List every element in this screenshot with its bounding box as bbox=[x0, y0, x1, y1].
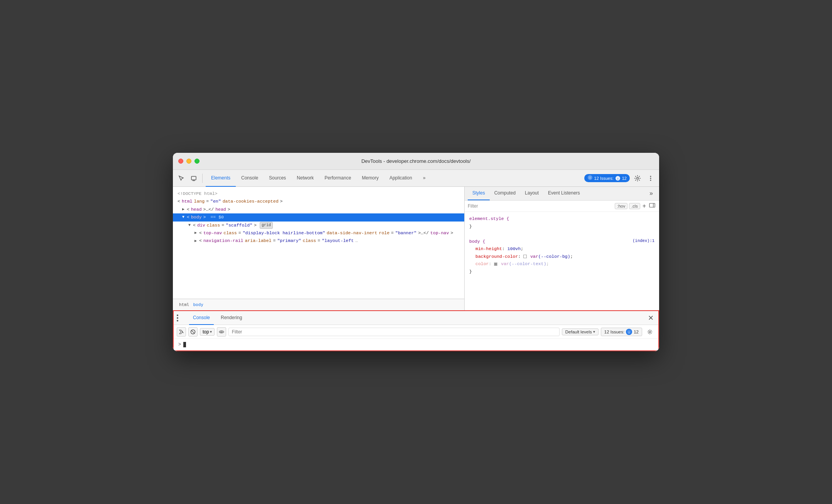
console-toolbar: top ▾ Default levels ▾ 12 Issues: bbox=[174, 325, 658, 339]
breadcrumb-html[interactable]: html bbox=[178, 301, 191, 308]
issues-count-label: 12 Issues: bbox=[594, 176, 614, 181]
styles-panel: Styles Computed Layout Event Listeners » bbox=[465, 187, 659, 310]
tab-more[interactable]: » bbox=[418, 170, 431, 187]
styles-filter-bar: Filter :hov .cls + bbox=[465, 201, 659, 212]
svg-text:!: ! bbox=[589, 176, 590, 180]
inspect-element-button[interactable] bbox=[176, 173, 187, 184]
body-selector: body { bbox=[469, 238, 485, 245]
svg-point-6 bbox=[637, 177, 639, 179]
styles-tabs-more[interactable]: » bbox=[646, 187, 656, 200]
breadcrumb: html body bbox=[173, 299, 464, 310]
toolbar-separator bbox=[202, 174, 203, 183]
bracket: < bbox=[178, 198, 180, 205]
tag-name: html bbox=[182, 198, 193, 205]
close-button[interactable] bbox=[178, 159, 183, 164]
svg-point-8 bbox=[650, 178, 651, 179]
styles-tabs: Styles Computed Layout Event Listeners » bbox=[465, 187, 659, 201]
style-rule-body-header: body { (index):1 bbox=[469, 238, 654, 245]
issues-number: 12 bbox=[622, 176, 627, 181]
eye-icon-button[interactable] bbox=[217, 327, 226, 337]
tab-memory[interactable]: Memory bbox=[357, 170, 384, 187]
maximize-button[interactable] bbox=[194, 159, 200, 164]
clear-console-button[interactable] bbox=[177, 327, 186, 337]
color-swatch-text[interactable] bbox=[494, 262, 497, 266]
issues-badge[interactable]: ! 12 Issues: ! 12 bbox=[584, 174, 630, 182]
cls-button[interactable]: .cls bbox=[629, 203, 640, 209]
console-cursor bbox=[183, 342, 186, 347]
svg-text:!: ! bbox=[629, 330, 630, 334]
toggle-sidebar-button[interactable] bbox=[648, 202, 656, 210]
list-item[interactable]: ▶ <head>…</head> bbox=[173, 206, 464, 213]
list-item[interactable]: <!DOCTYPE html> bbox=[173, 190, 464, 198]
issues-icon: ! bbox=[587, 175, 593, 181]
tab-computed[interactable]: Computed bbox=[490, 187, 520, 200]
style-prop-bg-color: background-color: var(--color-bg); bbox=[469, 253, 654, 260]
grid-badge: grid bbox=[260, 222, 273, 229]
color-swatch-bg[interactable] bbox=[523, 255, 527, 258]
elements-content: <!DOCTYPE html> <html lang="en" data-coo… bbox=[173, 187, 464, 299]
style-rule-element: element.style { } bbox=[469, 215, 654, 230]
minimize-button[interactable] bbox=[186, 159, 191, 164]
drawer-tab-console[interactable]: Console bbox=[189, 311, 214, 325]
list-item[interactable]: <html lang="en" data-cookies-accepted> bbox=[173, 198, 464, 205]
tab-layout[interactable]: Layout bbox=[520, 187, 543, 200]
issues-flag-icon: ! bbox=[615, 176, 621, 181]
traffic-lights bbox=[178, 159, 200, 164]
svg-marker-12 bbox=[179, 330, 183, 334]
tab-console[interactable]: Console bbox=[236, 170, 264, 187]
style-rule-header: element.style { bbox=[469, 215, 654, 223]
styles-content: element.style { } body { (index):1 bbox=[465, 212, 659, 310]
console-settings-button[interactable] bbox=[644, 326, 655, 337]
tab-event-listeners[interactable]: Event Listeners bbox=[543, 187, 585, 200]
filter-label: Filter bbox=[468, 203, 478, 209]
settings-button[interactable] bbox=[632, 173, 643, 184]
drawer-toolbar: Console Rendering ✕ bbox=[174, 311, 658, 325]
tab-network[interactable]: Network bbox=[291, 170, 319, 187]
style-rule-closing: } bbox=[469, 223, 654, 230]
list-item[interactable]: ▶ <top-nav class="display-block hairline… bbox=[173, 229, 464, 237]
console-issues-icon: ! bbox=[626, 329, 632, 335]
elements-panel: <!DOCTYPE html> <html lang="en" data-coo… bbox=[173, 187, 465, 310]
default-levels-dropdown[interactable]: Default levels ▾ bbox=[562, 328, 599, 335]
styles-filter-input[interactable] bbox=[480, 203, 613, 209]
block-urls-button[interactable] bbox=[188, 327, 198, 337]
console-issues-button[interactable]: 12 Issues: ! 12 bbox=[601, 328, 642, 336]
doctype-text: <!DOCTYPE html> bbox=[178, 190, 218, 197]
console-content[interactable]: > bbox=[174, 339, 658, 350]
device-toolbar-button[interactable] bbox=[188, 173, 199, 184]
prompt-chevron: > bbox=[178, 342, 181, 347]
drawer-tab-rendering[interactable]: Rendering bbox=[217, 311, 246, 325]
main-content: <!DOCTYPE html> <html lang="en" data-coo… bbox=[173, 187, 659, 310]
chevron-down-icon: ▾ bbox=[210, 330, 212, 334]
drawer-menu-button[interactable] bbox=[177, 313, 186, 323]
svg-point-7 bbox=[650, 176, 651, 177]
attr-name2: data-cookies-accepted bbox=[223, 198, 279, 205]
drawer-close-button[interactable]: ✕ bbox=[646, 313, 655, 323]
style-rule-body-closing: } bbox=[469, 268, 654, 276]
breadcrumb-body[interactable]: body bbox=[192, 301, 205, 308]
top-toolbar: Elements Console Sources Network Perform… bbox=[173, 170, 659, 187]
tab-application[interactable]: Application bbox=[384, 170, 418, 187]
list-item[interactable]: ▼ <body> == $0 bbox=[173, 213, 464, 221]
title-bar: DevTools - developer.chrome.com/docs/dev… bbox=[173, 153, 659, 170]
tab-sources[interactable]: Sources bbox=[264, 170, 291, 187]
list-item[interactable]: ▶ <navigation-rail aria-label="primary" … bbox=[173, 237, 464, 245]
console-filter-input[interactable] bbox=[228, 328, 560, 336]
context-selector[interactable]: top ▾ bbox=[200, 328, 215, 336]
svg-rect-1 bbox=[193, 180, 195, 181]
hov-cls-buttons: :hov .cls + bbox=[615, 202, 656, 210]
more-options-button[interactable] bbox=[645, 173, 656, 184]
window-title: DevTools - developer.chrome.com/docs/dev… bbox=[361, 158, 470, 164]
levels-chevron-icon: ▾ bbox=[593, 330, 595, 334]
svg-rect-10 bbox=[649, 203, 655, 207]
style-prop-color: color: var(--color-text); bbox=[469, 260, 654, 268]
svg-line-15 bbox=[191, 330, 194, 333]
tab-styles[interactable]: Styles bbox=[468, 187, 490, 200]
add-style-button[interactable]: + bbox=[642, 203, 647, 210]
tab-performance[interactable]: Performance bbox=[319, 170, 357, 187]
svg-point-16 bbox=[221, 331, 222, 333]
list-item[interactable]: ▼ <div class="scaffold" > grid bbox=[173, 222, 464, 229]
tab-elements[interactable]: Elements bbox=[206, 170, 236, 187]
hov-button[interactable]: :hov bbox=[615, 203, 627, 209]
attr-name: lang bbox=[194, 198, 205, 205]
